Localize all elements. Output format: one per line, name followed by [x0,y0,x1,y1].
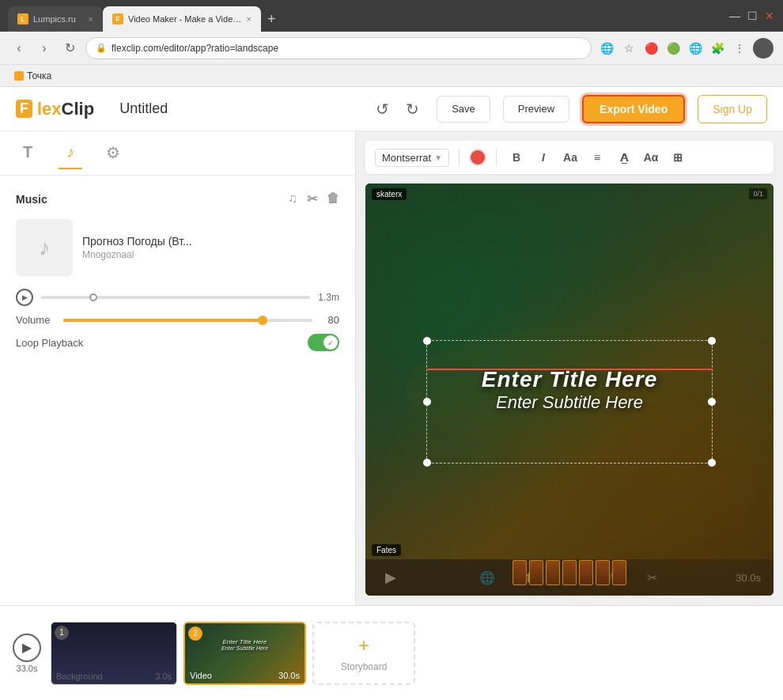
bold-button[interactable]: B [506,147,527,168]
storyboard-label: Storyboard [341,661,388,672]
undo-button[interactable]: ↺ [370,97,394,121]
maximize-button[interactable]: ☐ [747,10,758,21]
video-preview: skaterx Fates 0/1 Enter Title Here [365,184,774,596]
italic-button[interactable]: I [533,147,554,168]
music-track-name: Прогноз Погоды (Вт... [82,235,339,248]
signup-button[interactable]: Sign Up [698,95,767,123]
handle-top-right[interactable] [708,337,716,345]
bookmark-star-icon[interactable]: ☆ [620,40,637,57]
card-row [365,560,774,592]
volume-row: Volume 80 [16,314,339,326]
export-video-button[interactable]: Export Video [582,95,685,123]
left-panel: T ♪ ⚙ Music ♫ ✂ [0,131,356,605]
browser-tab-2[interactable]: F Video Maker - Make a Video for... × [103,6,261,32]
save-button[interactable]: Save [437,96,490,123]
handle-middle-right[interactable] [708,398,716,406]
handle-bottom-right[interactable] [708,459,716,467]
video-overlay-text[interactable]: Enter Title Here Enter Subtitle Here [482,367,657,413]
card-6 [596,560,610,585]
redo-button[interactable]: ↻ [400,97,424,121]
font-name: Montserrat [382,152,431,164]
align-button[interactable]: ≡ [587,147,607,168]
card-3 [546,560,560,585]
timeline-items: 1 Background 3.0s 2 Enter Title Here Ent… [51,622,770,685]
profile-avatar[interactable] [753,38,774,59]
video-title[interactable]: Enter Title Here [482,367,657,392]
music-controls: ▶ 1.3m Volume [16,289,339,351]
text-color-picker[interactable] [469,149,486,166]
format-bar: Montserrat ▼ B I Aa ≡ A̲ Aα ⊞ [365,141,774,174]
timeline: ▶ 33.0s 1 Background 3.0s 2 Enter Title … [0,605,783,700]
panel-tab-text[interactable]: T [16,138,40,169]
music-add-icon[interactable]: ♫ [288,191,297,206]
preview-button[interactable]: Preview [503,96,569,123]
text-style-button[interactable]: Aα [641,147,661,168]
clip-video[interactable]: 2 Enter Title Here Enter Subtitle Here V… [183,622,306,685]
loop-label: Loop Playback [16,337,300,349]
playback-row: ▶ 1.3m [16,289,339,306]
font-size-button[interactable]: Aa [560,147,581,168]
panel-tab-music[interactable]: ♪ [59,138,82,169]
lock-icon: 🔒 [96,43,107,53]
clip-2-label: Video [190,671,212,680]
project-title[interactable]: Untitled [119,100,168,117]
browser-addressbar: ‹ › ↻ 🔒 flexclip.com/editor/app?ratio=la… [0,32,783,65]
menu-button[interactable]: ⋮ [731,40,748,57]
bookmark-item-tochka[interactable]: Точка [9,69,56,83]
tab-favicon-1: L [17,13,28,25]
handle-top-left[interactable] [423,337,431,345]
bookmark-favicon [14,71,24,81]
clip-background[interactable]: 1 Background 3.0s [51,622,177,685]
extension-green-icon[interactable]: 🟢 [664,40,682,57]
handle-middle-left[interactable] [423,398,431,406]
logo-text: lexClip [37,99,94,119]
music-section-header: Music ♫ ✂ 🗑 [16,191,339,206]
refresh-button[interactable]: ↻ [60,39,79,58]
forward-button[interactable]: › [35,39,54,58]
extensions-button[interactable]: 🧩 [709,40,726,57]
volume-label: Volume [16,314,55,326]
music-cut-icon[interactable]: ✂ [307,191,317,206]
music-delete-icon[interactable]: 🗑 [327,191,339,206]
player-bottom-badge: Fates [372,544,401,556]
underline-button[interactable]: A̲ [614,147,634,168]
tab-close-1[interactable]: × [89,14,93,24]
music-action-icons: ♫ ✂ 🗑 [288,191,339,206]
text-tab-icon: T [19,144,36,161]
back-button[interactable]: ‹ [9,39,28,58]
video-subtitle[interactable]: Enter Subtitle Here [482,392,657,413]
tab-close-2[interactable]: × [247,14,252,24]
new-tab-button[interactable]: + [261,6,282,32]
tab-title-2: Video Maker - Make a Video for... [128,14,242,24]
window-controls: — ☐ ✕ [729,10,775,21]
browser-tab-1[interactable]: L Lumpics.ru × [8,6,103,32]
translate-icon[interactable]: 🌐 [598,40,615,57]
extension-red-icon[interactable]: 🔴 [642,40,660,57]
play-button[interactable]: ▶ [16,289,33,306]
music-track: ♪ Прогноз Погоды (Вт... Mnogoznaal [16,219,339,276]
minimize-button[interactable]: — [729,10,740,21]
right-panel: Montserrat ▼ B I Aa ≡ A̲ Aα ⊞ [356,131,783,605]
card-2 [529,560,543,585]
clip-2-duration: 30.0s [278,671,300,680]
music-tab-icon: ♪ [62,144,79,161]
music-section-label: Music [16,193,47,206]
score-badge: 0/1 [749,188,767,199]
player-top-badge: skaterx [372,188,407,200]
music-track-artist: Mnogoznaal [82,249,339,260]
browser-frame: L Lumpics.ru × F Video Maker - Make a Vi… [0,0,783,700]
panel-tab-settings[interactable]: ⚙ [101,138,125,169]
grid-button[interactable]: ⊞ [668,147,688,168]
playback-slider[interactable] [41,296,310,299]
loop-toggle[interactable]: ✓ [308,334,339,351]
add-storyboard-button[interactable]: + Storyboard [312,622,415,685]
clip-1-label: Background [56,672,103,681]
timeline-play-button[interactable]: ▶ [13,634,41,662]
music-panel: Music ♫ ✂ 🗑 ♪ Прогноз Погоды (Вт... [0,176,355,605]
extension-globe-icon[interactable]: 🌐 [687,40,704,57]
font-selector[interactable]: Montserrat ▼ [375,149,449,167]
volume-slider[interactable] [63,319,312,322]
timeline-total-time: 33.0s [17,664,38,673]
close-button[interactable]: ✕ [764,10,775,21]
address-box[interactable]: 🔒 flexclip.com/editor/app?ratio=landscap… [85,37,592,59]
